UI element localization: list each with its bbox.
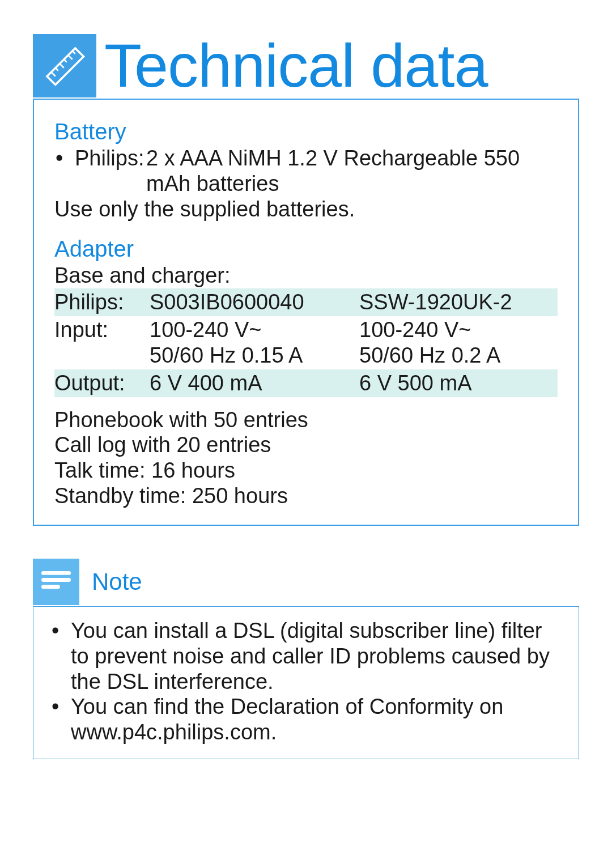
adapter-row-label: Input: [54, 316, 150, 369]
adapter-row-col3: 6 V 500 mA [359, 369, 558, 397]
technical-data-box: Battery • Philips: 2 x AAA NiMH 1.2 V Re… [33, 99, 579, 526]
note-heading: Note [92, 568, 142, 595]
stat-line: Standby time: 250 hours [54, 483, 558, 509]
adapter-row: Philips:S003IB0600040SSW-1920UK-2 [54, 288, 558, 316]
bullet-icon: • [52, 694, 71, 745]
svg-line-6 [73, 51, 75, 54]
note-item: •You can install a DSL (digital subscrib… [52, 618, 560, 694]
note-item-text: You can install a DSL (digital subscribe… [71, 618, 560, 694]
svg-rect-0 [47, 48, 84, 85]
adapter-row-col3: SSW-1920UK-2 [359, 288, 558, 316]
svg-line-4 [64, 59, 67, 62]
adapter-spec-table: Philips:S003IB0600040SSW-1920UK-2Input:1… [54, 288, 558, 397]
stat-line: Talk time: 16 hours [54, 458, 558, 483]
adapter-row: Output:6 V 400 mA6 V 500 mA [54, 369, 558, 397]
note-box: •You can install a DSL (digital subscrib… [33, 606, 579, 759]
adapter-row-col2: 100-240 V~50/60 Hz 0.15 A [150, 316, 359, 369]
stat-line: Phonebook with 50 entries [54, 407, 558, 433]
svg-line-2 [56, 68, 58, 71]
note-icon [33, 559, 79, 605]
bullet-icon: • [54, 146, 75, 197]
svg-rect-8 [41, 578, 71, 582]
adapter-row-label: Output: [54, 369, 150, 397]
adapter-row: Input:100-240 V~50/60 Hz 0.15 A100-240 V… [54, 316, 558, 369]
adapter-subheading: Base and charger: [54, 263, 558, 288]
battery-warning: Use only the supplied batteries. [54, 197, 558, 222]
page-title: Technical data [104, 35, 487, 96]
svg-line-1 [51, 72, 55, 76]
note-item-text: You can find the Declaration of Conformi… [71, 694, 560, 745]
note-title-row: Note [33, 559, 579, 605]
svg-line-5 [68, 55, 72, 59]
svg-rect-9 [41, 585, 60, 589]
note-item: •You can find the Declaration of Conform… [52, 694, 560, 745]
page-title-row: Technical data [33, 34, 579, 97]
svg-line-3 [60, 63, 63, 67]
stat-line: Call log with 20 entries [54, 432, 558, 458]
stats-block: Phonebook with 50 entriesCall log with 2… [54, 407, 558, 509]
adapter-row-col2: S003IB0600040 [150, 288, 359, 316]
bullet-icon: • [52, 618, 71, 694]
ruler-icon [33, 34, 96, 97]
battery-item-text: 2 x AAA NiMH 1.2 V Rechargeable 550 mAh … [146, 146, 558, 197]
battery-heading: Battery [54, 119, 558, 144]
battery-item: • Philips: 2 x AAA NiMH 1.2 V Rechargeab… [54, 146, 558, 197]
battery-item-label: Philips: [75, 146, 146, 197]
adapter-row-col3: 100-240 V~50/60 Hz 0.2 A [359, 316, 558, 369]
adapter-row-col2: 6 V 400 mA [150, 369, 359, 397]
adapter-row-label: Philips: [54, 288, 150, 316]
adapter-heading: Adapter [54, 236, 558, 262]
svg-rect-7 [41, 571, 71, 575]
